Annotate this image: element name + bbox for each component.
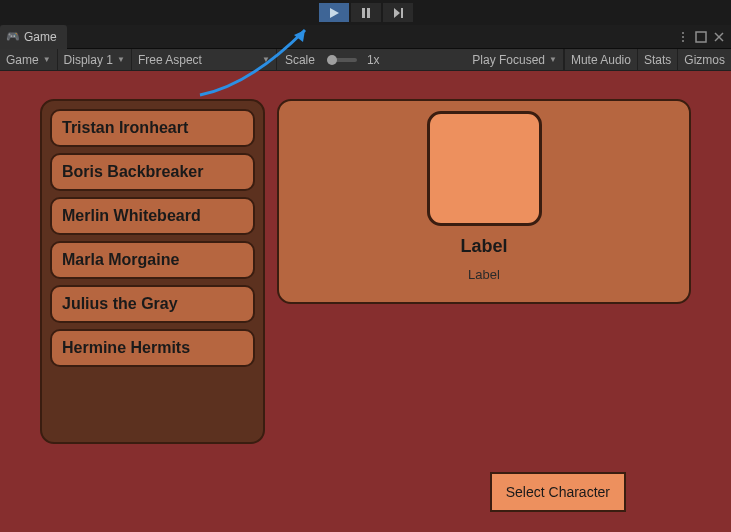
- scale-value: 1x: [361, 53, 386, 67]
- step-button[interactable]: [383, 3, 413, 22]
- game-toolbar: Game ▼ Display 1 ▼ Free Aspect ▼ Scale 1…: [0, 49, 731, 71]
- stats-label: Stats: [644, 53, 671, 67]
- character-list-item-label: Hermine Hermits: [62, 339, 190, 357]
- svg-marker-0: [330, 8, 339, 18]
- aspect-dropdown[interactable]: Free Aspect ▼: [132, 49, 277, 71]
- step-icon: [392, 7, 404, 19]
- mute-label: Mute Audio: [571, 53, 631, 67]
- gamepad-icon: 🎮: [6, 30, 20, 43]
- tab-label: Game: [24, 30, 57, 44]
- character-list-item-label: Merlin Whitebeard: [62, 207, 201, 225]
- svg-rect-1: [362, 8, 365, 18]
- chevron-down-icon: ▼: [549, 55, 557, 64]
- character-list-item-label: Tristan Ironheart: [62, 119, 188, 137]
- close-icon[interactable]: [713, 31, 725, 43]
- svg-rect-4: [401, 8, 403, 18]
- game-dropdown-label: Game: [6, 53, 39, 67]
- character-list-item[interactable]: Boris Backbreaker: [50, 153, 255, 191]
- play-controls-bar: [0, 0, 731, 25]
- play-button[interactable]: [319, 3, 349, 22]
- character-list-panel: Tristan IronheartBoris BackbreakerMerlin…: [40, 99, 265, 444]
- game-viewport: Tristan IronheartBoris BackbreakerMerlin…: [0, 71, 731, 532]
- maximize-icon[interactable]: [695, 31, 707, 43]
- chevron-down-icon: ▼: [43, 55, 51, 64]
- chevron-down-icon: ▼: [262, 55, 270, 64]
- kebab-icon[interactable]: [677, 31, 689, 43]
- scale-slider[interactable]: [327, 58, 357, 62]
- play-controls: [319, 3, 413, 22]
- chevron-down-icon: ▼: [117, 55, 125, 64]
- character-list-item-label: Julius the Gray: [62, 295, 178, 313]
- character-portrait: [427, 111, 542, 226]
- svg-point-6: [682, 36, 684, 38]
- gizmos-toggle[interactable]: Gizmos: [677, 49, 731, 71]
- pause-button[interactable]: [351, 3, 381, 22]
- pause-icon: [360, 7, 372, 19]
- character-list-item-label: Boris Backbreaker: [62, 163, 203, 181]
- aspect-dropdown-label: Free Aspect: [138, 53, 202, 67]
- character-list-item[interactable]: Julius the Gray: [50, 285, 255, 323]
- character-list-item-label: Marla Morgaine: [62, 251, 179, 269]
- select-button-label: Select Character: [506, 484, 610, 500]
- svg-rect-2: [367, 8, 370, 18]
- stats-toggle[interactable]: Stats: [637, 49, 677, 71]
- tab-game[interactable]: 🎮 Game: [0, 25, 67, 49]
- play-mode-dropdown[interactable]: Play Focused ▼: [466, 49, 564, 71]
- character-detail-panel: Label Label: [277, 99, 691, 304]
- tab-strip: 🎮 Game: [0, 25, 731, 49]
- display-dropdown[interactable]: Display 1 ▼: [58, 49, 132, 71]
- character-list-item[interactable]: Tristan Ironheart: [50, 109, 255, 147]
- character-list-item[interactable]: Merlin Whitebeard: [50, 197, 255, 235]
- svg-point-7: [682, 40, 684, 42]
- svg-point-5: [682, 32, 684, 34]
- character-subtitle-label: Label: [468, 267, 500, 282]
- play-icon: [328, 7, 340, 19]
- game-dropdown[interactable]: Game ▼: [0, 49, 58, 71]
- character-list-item[interactable]: Marla Morgaine: [50, 241, 255, 279]
- select-character-button[interactable]: Select Character: [490, 472, 626, 512]
- svg-rect-8: [696, 32, 706, 42]
- scale-label: Scale: [277, 53, 323, 67]
- play-mode-label: Play Focused: [472, 53, 545, 67]
- character-name-label: Label: [460, 236, 507, 257]
- svg-marker-3: [394, 8, 400, 18]
- character-list-item[interactable]: Hermine Hermits: [50, 329, 255, 367]
- gizmos-label: Gizmos: [684, 53, 725, 67]
- mute-audio-toggle[interactable]: Mute Audio: [564, 49, 637, 71]
- display-dropdown-label: Display 1: [64, 53, 113, 67]
